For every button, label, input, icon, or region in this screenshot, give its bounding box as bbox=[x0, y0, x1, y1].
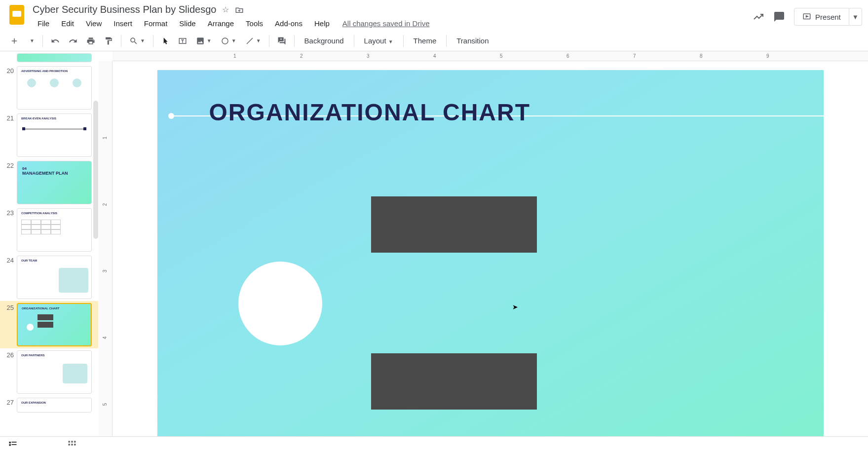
separator bbox=[269, 35, 269, 47]
slide-thumb-24[interactable]: OUR TEAM bbox=[17, 256, 92, 299]
new-slide-dropdown[interactable]: ▼ bbox=[24, 35, 38, 46]
thumb-row-23[interactable]: 23 COMPETITION ANALYSIS bbox=[0, 206, 98, 254]
thumb-num: 26 bbox=[2, 350, 14, 359]
save-status[interactable]: All changes saved in Drive bbox=[342, 17, 430, 30]
layout-button[interactable]: Layout▼ bbox=[358, 34, 399, 48]
image-tool[interactable]: ▼ bbox=[192, 34, 216, 48]
thumb-row-26[interactable]: 26 OUR PARTNERS bbox=[0, 348, 98, 396]
print-button[interactable] bbox=[82, 34, 99, 48]
star-icon[interactable]: ☆ bbox=[222, 5, 229, 14]
thumb-row-25[interactable]: 25 ORGANIZATIONAL CHART bbox=[0, 301, 98, 348]
menu-file[interactable]: File bbox=[33, 17, 54, 30]
menubar: File Edit View Insert Format Slide Arran… bbox=[33, 17, 753, 30]
slides-logo[interactable] bbox=[6, 4, 28, 26]
present-dropdown[interactable]: ▼ bbox=[849, 8, 862, 26]
title-dot bbox=[168, 113, 174, 119]
footer-bar bbox=[0, 436, 868, 452]
svg-rect-8 bbox=[71, 441, 73, 442]
ruler-mark: 1 bbox=[102, 137, 108, 140]
slide-title[interactable]: ORGANIZATIONAL CHART bbox=[209, 99, 531, 126]
svg-rect-3 bbox=[9, 442, 11, 443]
comment-button[interactable] bbox=[273, 34, 290, 48]
undo-button[interactable] bbox=[47, 34, 64, 48]
slide-thumbnails-panel[interactable]: 20 ADVERTISING AND PROMOTION 21 BREAK-EV… bbox=[0, 51, 99, 436]
org-chart-box-2[interactable] bbox=[371, 353, 537, 410]
new-slide-button[interactable] bbox=[6, 34, 23, 48]
thumb-title: MANAGEMENT PLAN bbox=[22, 171, 86, 176]
svg-rect-10 bbox=[69, 444, 70, 445]
present-icon bbox=[802, 12, 811, 21]
grid-view-icon[interactable] bbox=[67, 440, 77, 450]
separator bbox=[403, 35, 404, 47]
thumb-num bbox=[2, 53, 14, 54]
separator bbox=[153, 35, 153, 47]
ruler-mark: 5 bbox=[102, 403, 108, 406]
thumb-title: OUR PARTNERS bbox=[17, 351, 91, 360]
org-chart-circle[interactable] bbox=[238, 262, 322, 345]
ruler-mark: 3 bbox=[367, 53, 370, 59]
activity-icon[interactable] bbox=[753, 11, 764, 23]
ruler-mark: 8 bbox=[700, 53, 703, 59]
ruler-mark: 3 bbox=[102, 270, 108, 273]
thumb-row-21[interactable]: 21 BREAK-EVEN ANALYSIS bbox=[0, 112, 98, 159]
thumb-row-27[interactable]: 27 OUR EXPANSION bbox=[0, 396, 98, 414]
svg-rect-5 bbox=[12, 442, 17, 443]
menu-help[interactable]: Help bbox=[309, 17, 335, 30]
slide-thumb-27[interactable]: OUR EXPANSION bbox=[17, 398, 92, 413]
vertical-ruler[interactable]: 1 2 3 4 5 bbox=[99, 61, 113, 436]
select-tool[interactable] bbox=[157, 34, 173, 48]
menu-insert[interactable]: Insert bbox=[109, 17, 137, 30]
thumb-num: 27 bbox=[2, 398, 14, 406]
org-chart-box-1[interactable] bbox=[371, 196, 537, 253]
slide-thumb-20[interactable]: ADVERTISING AND PROMOTION bbox=[17, 66, 92, 110]
theme-button[interactable]: Theme bbox=[408, 34, 443, 48]
separator bbox=[121, 35, 121, 47]
ruler-mark: 2 bbox=[300, 53, 303, 59]
menu-format[interactable]: Format bbox=[139, 17, 173, 30]
paint-format-button[interactable] bbox=[100, 34, 117, 48]
thumb-row-22[interactable]: 22 04 MANAGEMENT PLAN bbox=[0, 159, 98, 206]
thumb-title: OUR EXPANSION bbox=[17, 398, 91, 407]
shape-tool[interactable]: ▼ bbox=[217, 34, 240, 48]
app-header: Cyber Security Business Plan by Slidesgo… bbox=[0, 0, 868, 31]
menu-edit[interactable]: Edit bbox=[56, 17, 79, 30]
slide-thumb-21[interactable]: BREAK-EVEN ANALYSIS bbox=[17, 113, 92, 157]
slide-thumb-26[interactable]: OUR PARTNERS bbox=[17, 350, 92, 394]
document-title[interactable]: Cyber Security Business Plan by Slidesgo bbox=[33, 4, 216, 15]
background-button[interactable]: Background bbox=[299, 34, 350, 48]
horizontal-ruler[interactable]: 1 2 3 4 5 6 7 8 9 bbox=[113, 51, 868, 61]
separator bbox=[294, 35, 295, 47]
sidebar-scrollbar[interactable] bbox=[93, 101, 98, 239]
svg-rect-7 bbox=[69, 441, 70, 442]
svg-rect-11 bbox=[71, 444, 73, 445]
slide-thumb-22[interactable]: 04 MANAGEMENT PLAN bbox=[17, 161, 92, 204]
move-icon[interactable] bbox=[235, 5, 244, 14]
menu-arrange[interactable]: Arrange bbox=[203, 17, 239, 30]
zoom-button[interactable]: ▼ bbox=[125, 34, 149, 48]
mouse-cursor-icon: ➤ bbox=[512, 303, 518, 311]
doc-title-row: Cyber Security Business Plan by Slidesgo… bbox=[33, 4, 753, 15]
slide-canvas[interactable]: ORGANIZATIONAL CHART bbox=[157, 70, 824, 436]
menu-view[interactable]: View bbox=[81, 17, 107, 30]
menu-slide[interactable]: Slide bbox=[174, 17, 200, 30]
present-button[interactable]: Present bbox=[794, 8, 849, 26]
canvas-area: 1 2 3 4 5 6 7 8 9 1 2 3 4 5 ORGANIZATION… bbox=[99, 51, 868, 436]
ruler-mark: 7 bbox=[633, 53, 636, 59]
transition-button[interactable]: Transition bbox=[451, 34, 494, 48]
redo-button[interactable] bbox=[65, 34, 81, 48]
menu-addons[interactable]: Add-ons bbox=[270, 17, 307, 30]
thumb-title: COMPETITION ANALYSIS bbox=[17, 209, 91, 218]
comments-icon[interactable] bbox=[773, 11, 785, 23]
textbox-tool[interactable] bbox=[174, 34, 191, 48]
line-tool[interactable]: ▼ bbox=[241, 34, 265, 48]
slide-thumb-19[interactable] bbox=[17, 53, 92, 62]
slide-viewport[interactable]: ORGANIZATIONAL CHART ➤ bbox=[113, 61, 868, 436]
thumb-num: 20 bbox=[2, 66, 14, 75]
thumb-row-24[interactable]: 24 OUR TEAM bbox=[0, 254, 98, 301]
menu-tools[interactable]: Tools bbox=[241, 17, 268, 30]
filmstrip-view-icon[interactable] bbox=[8, 440, 18, 450]
slide-thumb-25[interactable]: ORGANIZATIONAL CHART bbox=[17, 303, 92, 346]
slide-thumb-23[interactable]: COMPETITION ANALYSIS bbox=[17, 208, 92, 252]
thumb-row-20[interactable]: 20 ADVERTISING AND PROMOTION bbox=[0, 64, 98, 112]
thumb-row-19[interactable] bbox=[0, 51, 98, 64]
